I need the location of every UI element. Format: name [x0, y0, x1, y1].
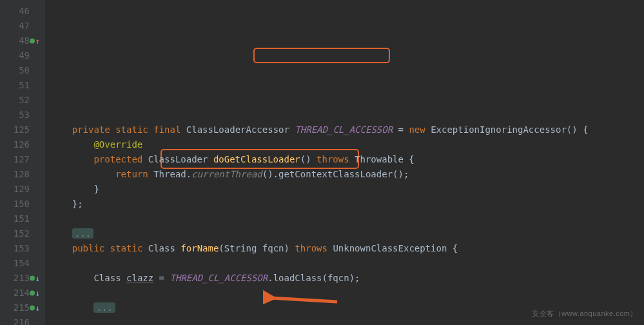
token-punc — [110, 124, 115, 135]
line-number: 49 — [19, 48, 30, 63]
token-kw: static — [115, 124, 148, 135]
line-number: 127 — [14, 152, 30, 167]
token-type: Thread — [153, 169, 186, 179]
token-var: fqcn — [327, 273, 349, 283]
gutter-line: 48↑ — [0, 34, 41, 48]
line-number: 154 — [14, 256, 30, 271]
code-line[interactable]: } — [50, 182, 644, 197]
code-line[interactable]: public static Class forName(String fqcn)… — [50, 241, 644, 256]
token-punc — [142, 243, 148, 253]
token-type: UnknownClassException — [333, 243, 447, 253]
line-number: 47 — [19, 19, 30, 34]
line-number: 215 — [14, 300, 30, 315]
token-punc — [349, 154, 355, 164]
token-kw: protected — [93, 154, 142, 164]
gutter-line: 154 — [0, 256, 41, 271]
code-line[interactable]: }; — [50, 197, 644, 212]
code-line[interactable]: private static final ClassLoaderAccessor… — [50, 123, 644, 137]
gutter-line: 53 — [0, 108, 41, 123]
code-line[interactable]: Class clazz = THREAD_CL_ACCESSOR.loadCla… — [50, 271, 644, 286]
line-number: 129 — [14, 182, 30, 197]
gutter-line: 125 — [0, 123, 41, 137]
token-kw: return — [115, 169, 148, 179]
code-line[interactable] — [50, 212, 644, 226]
token-punc: . — [186, 169, 191, 179]
token-sfld: THREAD_CL_ACCESSOR — [170, 273, 268, 283]
line-number: 216 — [14, 315, 30, 325]
token-fold: ... — [72, 228, 93, 239]
token-type: Class — [93, 273, 121, 283]
token-type: Throwable — [355, 154, 404, 164]
code-line[interactable]: return Thread.currentThread().getContext… — [50, 167, 644, 182]
line-number: 125 — [14, 123, 30, 137]
gutter-line: 128 — [0, 167, 41, 182]
token-punc: }; — [72, 199, 83, 209]
token-type: String — [224, 243, 257, 253]
line-number: 126 — [14, 137, 30, 152]
code-line[interactable] — [50, 286, 644, 300]
line-number: 52 — [19, 93, 30, 108]
line-number: 51 — [19, 78, 30, 93]
gutter-marker-icon[interactable]: ↑ — [30, 34, 40, 48]
gutter-line: 52 — [0, 93, 41, 108]
token-type: ClassLoader — [148, 154, 208, 164]
token-sfld: THREAD_CL_ACCESSOR — [295, 124, 393, 135]
token-type: ClassLoaderAccessor — [186, 124, 289, 135]
token-kw: public — [72, 243, 105, 253]
token-kw: throws — [295, 243, 327, 253]
token-varU: clazz — [126, 273, 153, 283]
gutter-line: 151 — [0, 212, 41, 226]
token-fold: ... — [93, 302, 115, 313]
gutter-line: 47 — [0, 19, 41, 34]
gutter-line: 214↓ — [0, 286, 41, 300]
token-punc: = — [153, 273, 170, 283]
token-punc — [425, 124, 431, 135]
line-number: 151 — [14, 212, 30, 226]
gutter-marker-icon[interactable]: ↓ — [30, 300, 40, 315]
gutter-line: 153 — [0, 241, 41, 256]
token-punc: { — [404, 154, 415, 164]
token-punc: ) — [284, 243, 295, 253]
token-punc: ( — [322, 273, 327, 283]
gutter-line: 50 — [0, 63, 41, 78]
token-kw: static — [110, 243, 143, 253]
token-punc — [104, 243, 110, 253]
code-line[interactable]: protected ClassLoader doGetClassLoader()… — [50, 152, 644, 167]
token-call: getContextClassLoader — [278, 169, 393, 179]
token-kw: throws — [317, 154, 349, 164]
gutter-line: 216 — [0, 315, 41, 325]
code-line[interactable]: ... — [50, 300, 644, 315]
code-line[interactable]: ... — [50, 226, 644, 241]
token-type: ExceptionIgnoringAccessor — [431, 124, 567, 135]
code-editor[interactable]: 464748↑495051525312512612712812915015115… — [0, 0, 644, 325]
line-number: 214 — [14, 286, 30, 300]
token-punc: . — [268, 273, 273, 283]
code-line[interactable] — [50, 256, 644, 271]
token-var: fqcn — [262, 243, 284, 253]
line-number: 150 — [14, 197, 30, 212]
gutter-marker-icon[interactable]: ↓ — [30, 286, 40, 300]
token-punc — [148, 124, 153, 135]
token-punc — [142, 154, 148, 164]
highlight-1 — [253, 48, 390, 63]
token-kw: private — [72, 124, 110, 135]
gutter: 464748↑495051525312512612712812915015115… — [0, 0, 45, 325]
token-punc: () — [300, 154, 317, 164]
gutter-marker-icon[interactable]: ↓ — [30, 271, 40, 286]
gutter-line: 213↓ — [0, 271, 41, 286]
gutter-line: 150 — [0, 197, 41, 212]
code-area[interactable]: 安全客（www.anquanke.com） private static fin… — [45, 0, 644, 325]
token-punc: (); — [393, 169, 409, 179]
line-number: 213 — [14, 271, 30, 286]
line-number: 152 — [14, 226, 30, 241]
code-line[interactable] — [50, 315, 644, 325]
line-number: 46 — [19, 4, 30, 19]
token-punc: } — [93, 184, 99, 194]
line-number: 53 — [19, 108, 30, 123]
line-number: 50 — [19, 63, 30, 78]
code-line[interactable]: @Override — [50, 137, 644, 152]
token-punc — [257, 243, 262, 253]
token-punc: ( — [219, 243, 224, 253]
gutter-line: 127 — [0, 152, 41, 167]
token-ann: @Override — [93, 139, 142, 150]
